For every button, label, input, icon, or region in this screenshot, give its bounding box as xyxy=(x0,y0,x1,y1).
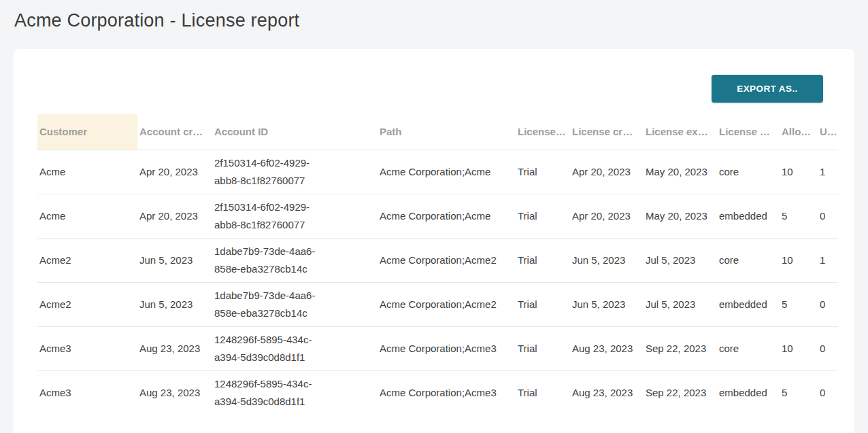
cell-license_type: Trial xyxy=(516,150,570,194)
cell-path: Acme Corporation;Acme2 xyxy=(378,282,516,326)
cell-license_type: Trial xyxy=(516,370,570,415)
cell-customer: Acme2 xyxy=(37,282,137,326)
account-id-value: 1248296f-5895-434c-a394-5d39c0d8d1f1 xyxy=(214,331,334,366)
cell-customer: Acme xyxy=(37,194,137,238)
table-row: AcmeApr 20, 20232f150314-6f02-4929-abb8-… xyxy=(37,150,838,194)
cell-allocated: 5 xyxy=(780,194,818,238)
column-header-path[interactable]: Path xyxy=(378,114,516,150)
cell-allocated: 10 xyxy=(780,326,818,370)
account-id-value: 1dabe7b9-73de-4aa6-858e-eba3278cb14c xyxy=(214,243,334,278)
cell-license_created: Aug 23, 2023 xyxy=(570,326,644,370)
cell-path: Acme Corporation;Acme3 xyxy=(378,370,516,415)
cell-used: 0 xyxy=(818,326,838,370)
cell-path: Acme Corporation;Acme2 xyxy=(378,238,516,282)
cell-license_created: Apr 20, 2023 xyxy=(570,150,644,194)
cell-license_type: Trial xyxy=(516,326,570,370)
cell-allocated: 10 xyxy=(780,238,818,282)
column-header-allocated[interactable]: Allo… xyxy=(780,114,818,150)
cell-used: 0 xyxy=(818,194,838,238)
cell-path: Acme Corporation;Acme3 xyxy=(378,326,516,370)
cell-license_type: Trial xyxy=(516,194,570,238)
column-header-license_created[interactable]: License cr… xyxy=(570,114,644,150)
cell-used: 1 xyxy=(818,238,838,282)
cell-customer: Acme3 xyxy=(37,370,137,415)
table-header-row: CustomerAccount cr…Account IDPathLicense… xyxy=(37,114,838,150)
cell-license_product: core xyxy=(717,326,780,370)
table-row: AcmeApr 20, 20232f150314-6f02-4929-abb8-… xyxy=(37,194,838,238)
cell-account_id: 2f150314-6f02-4929-abb8-8c1f82760077 xyxy=(212,150,378,194)
cell-license_product: embedded xyxy=(717,282,780,326)
cell-used: 0 xyxy=(818,282,838,326)
column-header-license_product[interactable]: License … xyxy=(717,114,780,150)
table-row: Acme3Aug 23, 20231248296f-5895-434c-a394… xyxy=(37,370,838,415)
license-table-container: CustomerAccount cr…Account IDPathLicense… xyxy=(37,114,838,415)
cell-account_id: 1dabe7b9-73de-4aa6-858e-eba3278cb14c xyxy=(212,238,378,282)
column-header-account_id[interactable]: Account ID xyxy=(212,114,378,150)
cell-license_created: Jun 5, 2023 xyxy=(570,238,644,282)
cell-license_expires: Jul 5, 2023 xyxy=(644,238,717,282)
page-title: Acme Corporation - License report xyxy=(14,8,868,33)
account-id-value: 1dabe7b9-73de-4aa6-858e-eba3278cb14c xyxy=(214,287,334,322)
cell-license_product: core xyxy=(717,238,780,282)
table-row: Acme2Jun 5, 20231dabe7b9-73de-4aa6-858e-… xyxy=(37,282,838,326)
cell-license_expires: Sep 22, 2023 xyxy=(644,326,717,370)
table-row: Acme3Aug 23, 20231248296f-5895-434c-a394… xyxy=(37,326,838,370)
cell-license_expires: May 20, 2023 xyxy=(644,194,717,238)
page-header: Acme Corporation - License report xyxy=(0,0,868,49)
account-id-value: 1248296f-5895-434c-a394-5d39c0d8d1f1 xyxy=(214,375,334,411)
license-table: CustomerAccount cr…Account IDPathLicense… xyxy=(37,114,838,415)
cell-account_created: Jun 5, 2023 xyxy=(137,238,212,282)
cell-license_type: Trial xyxy=(516,238,570,282)
cell-account_created: Aug 23, 2023 xyxy=(137,326,212,370)
report-card: EXPORT AS.. CustomerAccount cr…Account I… xyxy=(14,49,854,433)
column-header-license_type[interactable]: License… xyxy=(516,114,570,150)
cell-allocated: 5 xyxy=(780,370,818,415)
column-header-customer[interactable]: Customer xyxy=(37,114,137,150)
cell-license_product: core xyxy=(717,150,780,194)
cell-account_id: 1248296f-5895-434c-a394-5d39c0d8d1f1 xyxy=(212,370,378,415)
cell-license_expires: May 20, 2023 xyxy=(644,150,717,194)
table-body: AcmeApr 20, 20232f150314-6f02-4929-abb8-… xyxy=(37,150,838,415)
export-as-button[interactable]: EXPORT AS.. xyxy=(712,75,823,103)
table-row: Acme2Jun 5, 20231dabe7b9-73de-4aa6-858e-… xyxy=(37,238,838,282)
cell-customer: Acme2 xyxy=(37,238,137,282)
cell-customer: Acme3 xyxy=(37,326,137,370)
cell-license_product: embedded xyxy=(717,194,780,238)
cell-account_created: Aug 23, 2023 xyxy=(137,370,212,415)
column-header-used[interactable]: U… xyxy=(818,114,838,150)
cell-path: Acme Corporation;Acme xyxy=(378,194,516,238)
cell-account_id: 1dabe7b9-73de-4aa6-858e-eba3278cb14c xyxy=(212,282,378,326)
cell-used: 0 xyxy=(818,370,838,415)
column-header-license_expires[interactable]: License ex… xyxy=(644,114,717,150)
cell-allocated: 5 xyxy=(780,282,818,326)
cell-account_id: 2f150314-6f02-4929-abb8-8c1f82760077 xyxy=(212,194,378,238)
cell-license_product: embedded xyxy=(717,370,780,415)
cell-license_created: Aug 23, 2023 xyxy=(570,370,644,415)
cell-license_created: Apr 20, 2023 xyxy=(570,194,644,238)
cell-license_expires: Sep 22, 2023 xyxy=(644,370,717,415)
cell-license_type: Trial xyxy=(516,282,570,326)
cell-account_id: 1248296f-5895-434c-a394-5d39c0d8d1f1 xyxy=(212,326,378,370)
cell-account_created: Apr 20, 2023 xyxy=(137,194,212,238)
cell-account_created: Apr 20, 2023 xyxy=(137,150,212,194)
column-header-account_created[interactable]: Account cr… xyxy=(137,114,212,150)
cell-customer: Acme xyxy=(37,150,137,194)
toolbar: EXPORT AS.. xyxy=(37,75,838,103)
cell-license_expires: Jul 5, 2023 xyxy=(644,282,717,326)
cell-used: 1 xyxy=(818,150,838,194)
account-id-value: 2f150314-6f02-4929-abb8-8c1f82760077 xyxy=(214,198,334,234)
cell-allocated: 10 xyxy=(780,150,818,194)
cell-account_created: Jun 5, 2023 xyxy=(137,282,212,326)
cell-license_created: Jun 5, 2023 xyxy=(570,282,644,326)
cell-path: Acme Corporation;Acme xyxy=(378,150,516,194)
account-id-value: 2f150314-6f02-4929-abb8-8c1f82760077 xyxy=(214,154,334,190)
